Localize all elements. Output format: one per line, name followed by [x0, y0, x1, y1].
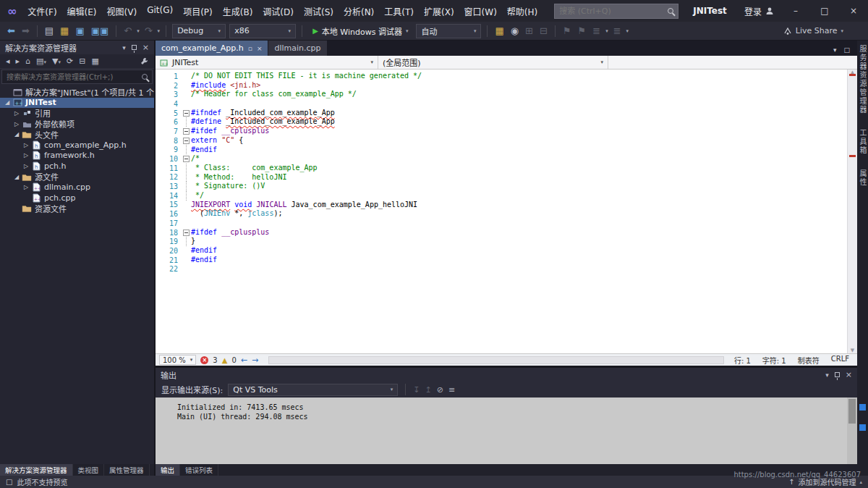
sign-in-button[interactable]: 登录 [740, 5, 778, 17]
menubar-item[interactable]: 编辑(E) [62, 2, 102, 20]
menubar-item[interactable]: 分析(N) [339, 2, 379, 20]
tree-item[interactable]: ◢源文件 [0, 172, 154, 182]
close-icon[interactable]: × [257, 45, 263, 52]
close-icon[interactable]: × [846, 370, 852, 379]
error-count[interactable]: 3 [213, 356, 217, 364]
pending-changes-filter-icon[interactable]: ▼▾ [52, 56, 61, 66]
properties-wrench-icon[interactable] [140, 57, 148, 65]
expanded-arrow-icon[interactable]: ◢ [12, 131, 21, 138]
code-line[interactable]: 15JNIEXPORT void JNICALL Java_com_exampl… [156, 201, 847, 210]
attach-mode-dropdown[interactable]: 自动 ▾ [416, 24, 481, 38]
fold-collapse-icon[interactable] [182, 109, 191, 118]
undo-dropdown-icon[interactable]: ▾ [137, 28, 140, 34]
collapsed-arrow-icon[interactable]: ▷ [22, 142, 30, 148]
word-wrap-icon[interactable]: ≡ [448, 385, 455, 395]
show-all-files-icon[interactable]: ▦ [91, 56, 98, 66]
menubar-item[interactable]: 帮助(H) [502, 2, 542, 20]
menubar-item[interactable]: 生成(B) [218, 2, 258, 20]
menubar-item[interactable]: 工具(T) [379, 2, 419, 20]
editor-vertical-scrollbar[interactable]: ▲ ▼ [847, 70, 857, 353]
tree-item[interactable]: ◢++JNITest [0, 98, 154, 109]
code-line[interactable]: 11 * Class: com_example_App [156, 164, 847, 173]
navigate-forward-icon[interactable]: ➡ [20, 26, 31, 35]
document-tab[interactable]: com_example_App.h▫× [156, 41, 268, 56]
clear-all-icon[interactable]: ⊘ [437, 385, 443, 395]
tree-item[interactable]: ▷外部依赖项 [0, 119, 154, 130]
fold-collapse-icon[interactable] [182, 127, 191, 136]
code-line[interactable]: 4 [156, 99, 847, 109]
navigate-forward-icon[interactable]: → [252, 356, 258, 365]
pin-icon[interactable] [835, 372, 840, 377]
code-line[interactable]: 20#endif [156, 246, 847, 256]
start-debugging-button[interactable]: ▶ 本地 Windows 调试器 ▾ [308, 24, 412, 38]
bookmark-flag-icon[interactable]: ⚑ [576, 26, 588, 35]
tree-item[interactable]: ◢头文件 [0, 129, 154, 140]
quick-search-input[interactable] [559, 7, 665, 16]
tree-item[interactable]: ▷hcom_example_App.h [0, 140, 154, 151]
rail-tab[interactable]: 属性 [857, 169, 868, 187]
code-line[interactable]: 19} [156, 237, 847, 246]
code-line[interactable]: 1/* DO NOT EDIT THIS FILE - it is machin… [156, 72, 847, 81]
rail-tab[interactable]: 服务器资源管理器 [857, 45, 868, 114]
qt-tools-icon[interactable]: ▦ [493, 26, 505, 35]
switch-views-icon[interactable]: ▤▾ [36, 56, 46, 66]
undo-icon[interactable]: ↶ [122, 26, 133, 35]
code-line[interactable]: 8extern "C" { [156, 136, 847, 146]
menubar-item[interactable]: 项目(P) [178, 2, 218, 20]
code-editor[interactable]: 1/* DO NOT EDIT THIS FILE - it is machin… [156, 70, 857, 353]
expanded-arrow-icon[interactable]: ◢ [12, 174, 21, 180]
explorer-tab[interactable]: 属性管理器 [104, 464, 150, 476]
tree-item[interactable]: 解决方案"JNITest"(1 个项目/共 1 个) [0, 87, 154, 98]
editor-horizontal-scrollbar[interactable] [268, 356, 724, 364]
output-tab[interactable]: 输出 [156, 464, 180, 476]
scroll-down-icon[interactable]: ▼ [851, 348, 854, 353]
project-scope-dropdown[interactable]: ++ JNITest ▾ [156, 56, 378, 69]
open-file-icon[interactable]: ▦ [59, 26, 70, 35]
expanded-arrow-icon[interactable]: ◢ [3, 99, 12, 106]
code-line[interactable]: 22 [156, 264, 847, 274]
collapsed-arrow-icon[interactable]: ▷ [22, 152, 30, 159]
member-scope-dropdown[interactable]: (全局范围) ▾ [378, 56, 608, 69]
collapsed-arrow-icon[interactable]: ▷ [12, 121, 21, 127]
navigate-backward-icon[interactable]: ← [241, 356, 247, 365]
step-over-icon[interactable]: ⊞ [524, 26, 535, 35]
tree-item[interactable]: 资源文件 [0, 203, 154, 214]
sync-with-active-document-icon[interactable]: ⟳ [67, 56, 73, 66]
solution-explorer-search-input[interactable] [7, 73, 139, 81]
goto-message-icon[interactable]: ↥ [425, 385, 432, 395]
scrollbar-thumb[interactable] [848, 399, 856, 424]
code-line[interactable]: 17 [156, 219, 847, 228]
menubar-item[interactable]: 窗口(W) [459, 2, 502, 20]
minimize-button[interactable]: – [784, 3, 807, 19]
redo-dropdown-icon[interactable]: ▾ [158, 28, 161, 34]
back-icon[interactable]: ◂ [6, 56, 10, 66]
tree-item[interactable]: ▷引用 [0, 108, 154, 119]
explorer-tab[interactable]: 类视图 [73, 464, 105, 476]
code-line[interactable]: 18#ifdef __cplusplus [156, 228, 847, 237]
find-message-icon[interactable]: ↧ [413, 385, 420, 395]
home-icon[interactable]: ⌂ [25, 56, 30, 66]
active-files-dropdown-icon[interactable]: ▾ [833, 46, 837, 54]
tree-item[interactable]: ▷++dllmain.cpp [0, 182, 154, 193]
code-line[interactable]: 13 * Signature: ()V [156, 182, 847, 191]
code-line[interactable]: 3/* Header for class com_example_App */ [156, 90, 847, 99]
solution-platform-dropdown[interactable]: x86 ▾ [229, 24, 296, 38]
code-line[interactable]: 16 (JNIEnv *, jclass); [156, 209, 847, 219]
window-position-icon[interactable]: ▾ [122, 44, 126, 51]
navigate-back-icon[interactable]: ⬅ [6, 26, 17, 35]
code-line[interactable]: 12 * Method: helloJNI [156, 173, 847, 182]
explorer-tab[interactable]: 解决方案资源管理器 [0, 464, 73, 476]
zoom-dropdown[interactable]: 100 % ▾ [159, 355, 196, 365]
float-window-icon[interactable]: □ [843, 46, 850, 54]
redo-icon[interactable]: ↷ [143, 26, 154, 35]
pin-icon[interactable] [132, 45, 137, 50]
fold-collapse-icon[interactable] [182, 136, 191, 146]
window-position-icon[interactable]: ▾ [825, 371, 829, 379]
new-file-icon[interactable]: ▤ [43, 26, 55, 35]
close-button[interactable]: × [842, 3, 865, 19]
breakpoint-flag-icon[interactable]: ⚑ [561, 26, 573, 35]
menubar-item[interactable]: 调试(D) [258, 2, 299, 20]
save-all-icon[interactable]: ▣▣ [90, 26, 111, 35]
tree-item[interactable]: ▷hframework.h [0, 151, 154, 161]
live-share-button[interactable]: Live Share ▾ [783, 26, 862, 35]
